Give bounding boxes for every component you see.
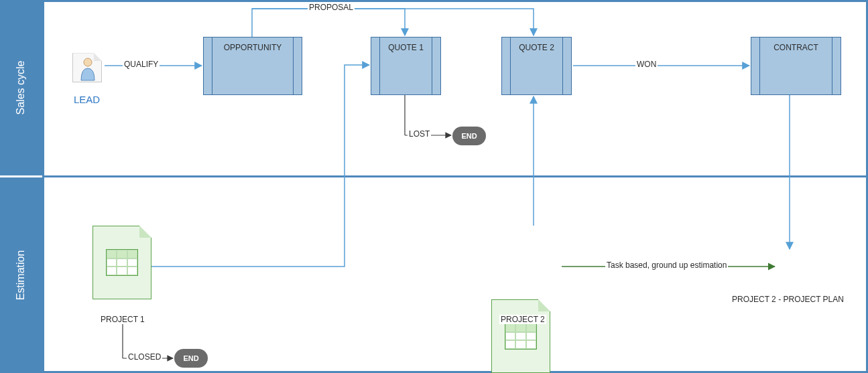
end-closed-node: END [174, 349, 208, 368]
lane-label-sales-text: Sales cycle [15, 61, 27, 115]
edge-proposal-label: PROPOSAL [308, 3, 355, 12]
contract-node: CONTRACT [751, 37, 841, 95]
quote1-node: QUOTE 1 [371, 37, 441, 95]
edge-lost-label: LOST [408, 129, 431, 139]
lane-label-sales: Sales cycle [0, 0, 42, 175]
end-lost-label: END [461, 132, 477, 140]
lane-label-estimation-text: Estimation [15, 250, 27, 301]
connector-layer [42, 0, 868, 373]
quote1-label: QUOTE 1 [388, 43, 424, 52]
lane-label-estimation: Estimation [0, 177, 42, 373]
contract-label: CONTRACT [773, 43, 818, 52]
edge-taskbased-label: Task based, ground up estimation [605, 260, 728, 270]
edge-closed-label: CLOSED [127, 352, 162, 362]
edge-qualify-label: QUALIFY [123, 60, 160, 69]
diagram-canvas: LEAD OPPORTUNITY QUOTE 1 QUOTE 2 CONTRAC… [42, 0, 868, 373]
lead-node [72, 53, 102, 82]
end-lost-node: END [452, 127, 486, 145]
edge-project1-to-quote1 [150, 65, 369, 267]
svg-point-0 [84, 58, 92, 66]
project2-label: PROJECT 2 [499, 315, 546, 324]
edge-proposal-to-quote2 [252, 9, 534, 35]
project1-node [92, 226, 151, 299]
project2-node [491, 299, 550, 373]
edge-proposal-to-quote1 [252, 9, 405, 37]
project1-label: PROJECT 1 [99, 315, 146, 324]
quote2-node: QUOTE 2 [501, 37, 572, 95]
person-icon [72, 53, 102, 82]
project2plan-label: PROJECT 2 - PROJECT PLAN [731, 295, 845, 304]
opportunity-label: OPPORTUNITY [224, 43, 282, 52]
quote2-label: QUOTE 2 [519, 43, 554, 52]
spreadsheet-icon [505, 323, 537, 350]
opportunity-node: OPPORTUNITY [203, 37, 302, 95]
spreadsheet-icon [106, 249, 138, 276]
end-closed-label: END [183, 354, 198, 362]
edge-won-label: WON [635, 60, 658, 69]
diagram-root: Sales cycle Estimation [0, 0, 868, 373]
lead-label: LEAD [72, 94, 101, 105]
